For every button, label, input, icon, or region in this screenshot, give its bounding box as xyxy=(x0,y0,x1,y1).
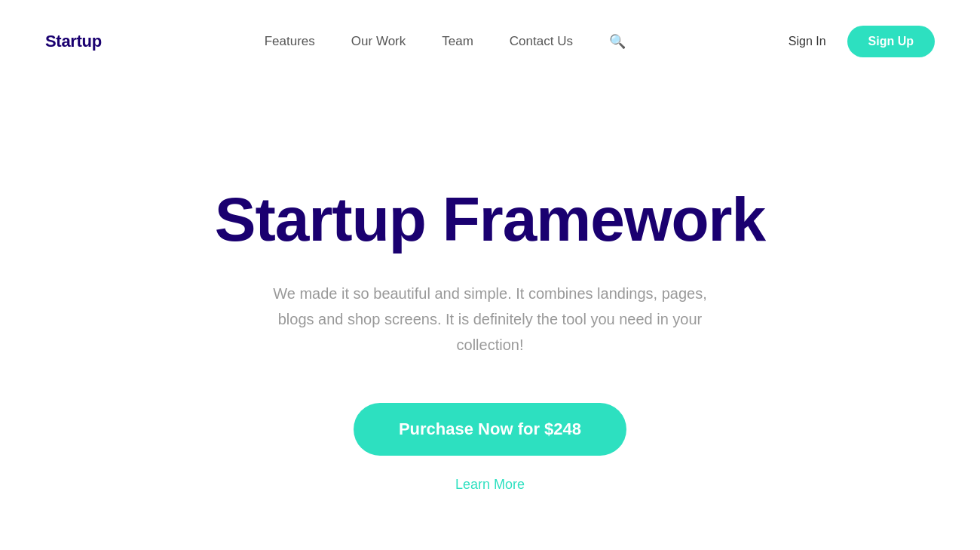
hero-title: Startup Framework xyxy=(215,186,765,253)
nav-links: Features Our Work Team Contact Us 🔍 xyxy=(265,33,626,50)
purchase-button[interactable]: Purchase Now for $248 xyxy=(354,403,626,456)
sign-up-button[interactable]: Sign Up xyxy=(847,26,935,57)
nav-item-contact-us[interactable]: Contact Us xyxy=(510,34,573,48)
nav-item-our-work[interactable]: Our Work xyxy=(351,34,406,48)
learn-more-link[interactable]: Learn More xyxy=(455,477,525,493)
navbar: Startup Features Our Work Team Contact U… xyxy=(0,0,980,83)
hero-subtitle: We made it so beautiful and simple. It c… xyxy=(264,281,716,358)
sign-in-link[interactable]: Sign In xyxy=(789,35,826,48)
brand-logo[interactable]: Startup xyxy=(45,32,102,51)
nav-item-features[interactable]: Features xyxy=(265,34,315,48)
search-icon[interactable]: 🔍 xyxy=(609,34,626,49)
nav-item-team[interactable]: Team xyxy=(442,34,473,48)
nav-actions: Sign In Sign Up xyxy=(789,26,935,57)
hero-section: Startup Framework We made it so beautifu… xyxy=(0,83,980,550)
